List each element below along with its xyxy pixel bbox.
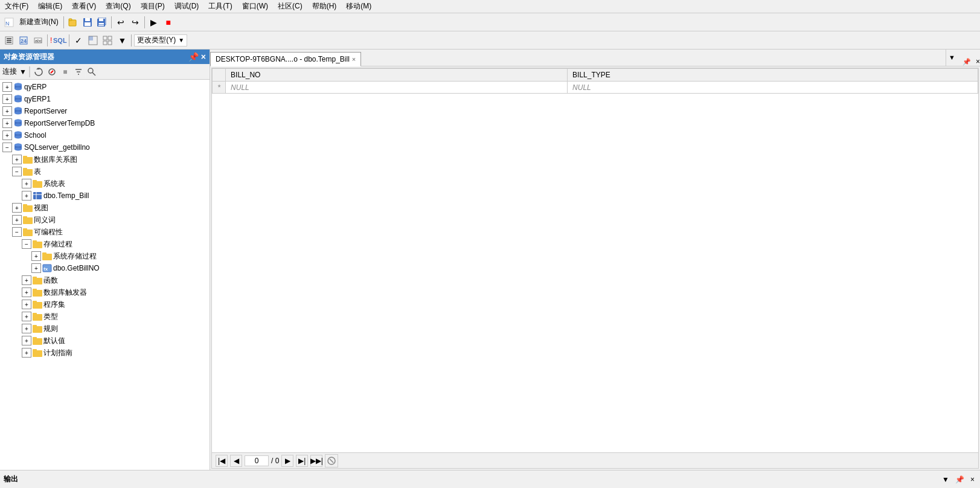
- tree-item-db_diagram[interactable]: + 数据库关系图: [0, 153, 210, 165]
- tree-item-SQLserver_getbillno[interactable]: − SQLserver_getbillno: [0, 141, 210, 153]
- tb2-btn2[interactable]: 24: [17, 34, 30, 47]
- oe-search-btn[interactable]: [86, 66, 98, 78]
- sql-btn[interactable]: SQL: [53, 34, 66, 47]
- redo-button[interactable]: ↪: [129, 16, 142, 29]
- save-all-button[interactable]: [95, 16, 109, 29]
- expander-ReportServer[interactable]: +: [2, 106, 12, 116]
- expander-dbo_getbillno[interactable]: +: [31, 263, 41, 273]
- tree-item-rules[interactable]: + 规则: [0, 323, 210, 335]
- oe-close-icon[interactable]: ×: [201, 53, 206, 61]
- expander-qyERP[interactable]: +: [2, 82, 12, 92]
- menu-project[interactable]: 项目(P): [138, 1, 167, 12]
- tree-item-qyERP[interactable]: + qyERP: [0, 81, 210, 93]
- expander-defaults[interactable]: +: [22, 336, 31, 345]
- tree-item-dbo_temp_bill[interactable]: + dbo.Temp_Bill: [0, 190, 210, 202]
- menu-query[interactable]: 查询(Q): [103, 1, 133, 12]
- tree-item-ReportServerTempDB[interactable]: + ReportServerTempDB: [0, 117, 210, 129]
- open-button[interactable]: [66, 16, 80, 29]
- tree-item-views[interactable]: + 视图: [0, 202, 210, 214]
- tree-item-defaults[interactable]: + 默认值: [0, 335, 210, 347]
- new-query-button[interactable]: N: [2, 16, 16, 29]
- tree-item-stored_procs[interactable]: − 存储过程: [0, 238, 210, 250]
- expander-School[interactable]: +: [2, 130, 12, 140]
- nav-page-input[interactable]: 0: [245, 455, 269, 466]
- nav-first-button[interactable]: |◀: [216, 455, 228, 467]
- expander-ReportServerTempDB[interactable]: +: [2, 118, 12, 128]
- expander-dbo_temp_bill[interactable]: +: [22, 191, 31, 201]
- tree-item-assemblies[interactable]: + 程序集: [0, 298, 210, 310]
- tree-item-sys_stored_procs[interactable]: + 系统存储过程: [0, 250, 210, 262]
- expander-qyERP1[interactable]: +: [2, 94, 12, 104]
- menu-debug[interactable]: 调试(D): [172, 1, 202, 12]
- stop-button[interactable]: ■: [162, 16, 175, 29]
- oe-refresh-btn[interactable]: [33, 66, 45, 78]
- change-type-dropdown[interactable]: 更改类型(Y) ▼: [134, 34, 187, 47]
- nav-prev-button[interactable]: ◀: [230, 455, 242, 467]
- tree-item-ReportServer[interactable]: + ReportServer: [0, 105, 210, 117]
- connect-dropdown[interactable]: ▼: [19, 68, 27, 76]
- tree-item-db_triggers[interactable]: + 数据库触发器: [0, 286, 210, 298]
- tab-close-button[interactable]: ×: [352, 56, 356, 63]
- nav-fast-forward-button[interactable]: ▶▶|: [310, 455, 322, 467]
- tree-item-programmability[interactable]: − 可编程性: [0, 226, 210, 238]
- tab-pin-button[interactable]: 📌: [960, 58, 973, 66]
- tree-item-plan_guides[interactable]: + 计划指南: [0, 347, 210, 359]
- tb2-btn1[interactable]: [2, 34, 16, 47]
- expander-rules[interactable]: +: [22, 324, 31, 333]
- output-close-btn[interactable]: ×: [969, 475, 976, 484]
- tree-item-qyERP1[interactable]: + qyERP1: [0, 93, 210, 105]
- tree-item-types[interactable]: + 类型: [0, 310, 210, 323]
- expander-stored_procs[interactable]: −: [22, 239, 31, 249]
- output-dropdown-btn[interactable]: ▼: [940, 475, 951, 484]
- expander-assemblies[interactable]: +: [22, 300, 31, 309]
- debug-button[interactable]: ▶: [147, 16, 161, 29]
- undo-button[interactable]: ↩: [114, 16, 127, 29]
- menu-community[interactable]: 社区(C): [275, 1, 305, 12]
- tab-close-x[interactable]: ×: [976, 57, 980, 66]
- tb2-btn-parse[interactable]: ✓: [72, 34, 85, 47]
- menu-edit[interactable]: 编辑(E): [36, 1, 65, 12]
- menu-file[interactable]: 文件(F): [2, 1, 31, 12]
- oe-filter-btn[interactable]: [72, 66, 85, 78]
- tree-item-sys_tables[interactable]: + 系统表: [0, 178, 210, 190]
- expander-programmability[interactable]: −: [12, 227, 22, 237]
- menu-help[interactable]: 帮助(H): [310, 1, 339, 12]
- menu-window[interactable]: 窗口(W): [240, 1, 271, 12]
- menu-move[interactable]: 移动(M): [344, 1, 374, 12]
- tab-dropdown-button[interactable]: ▼: [946, 49, 958, 66]
- expander-db_diagram[interactable]: +: [12, 155, 22, 164]
- menu-view[interactable]: 查看(V): [69, 1, 98, 12]
- nav-stop-button[interactable]: [325, 454, 338, 467]
- expander-views[interactable]: +: [12, 203, 22, 213]
- expander-plan_guides[interactable]: +: [22, 348, 31, 358]
- expander-synonyms[interactable]: +: [12, 215, 22, 225]
- expander-tables[interactable]: −: [12, 167, 22, 176]
- table-row[interactable]: * NULL NULL: [213, 82, 978, 94]
- oe-stop-btn[interactable]: ■: [59, 66, 71, 78]
- tb2-btn3[interactable]: abc: [31, 34, 45, 47]
- oe-pin-icon[interactable]: 📌: [188, 53, 199, 61]
- tree-item-tables[interactable]: − 表: [0, 165, 210, 178]
- menu-tools[interactable]: 工具(T): [206, 1, 234, 12]
- active-tab[interactable]: DESKTOP-9T6BGNA....o - dbo.Temp_Bill ×: [210, 52, 361, 66]
- expander-sys_stored_procs[interactable]: +: [31, 251, 41, 261]
- tb2-btn-grid[interactable]: [101, 34, 114, 47]
- oe-disconnect-btn[interactable]: [46, 66, 58, 78]
- new-query-label[interactable]: 新建查询(N): [17, 17, 61, 27]
- tb2-btn-extra[interactable]: ▼: [115, 34, 129, 47]
- nav-last-button[interactable]: ▶|: [296, 455, 308, 467]
- nav-next-button[interactable]: ▶: [281, 455, 293, 467]
- tb2-btn-results[interactable]: [86, 34, 100, 47]
- expander-SQLserver_getbillno[interactable]: −: [2, 143, 12, 152]
- expander-functions[interactable]: +: [22, 275, 31, 285]
- tree-item-dbo_getbillno[interactable]: + fx dbo.GetBillNO: [0, 262, 210, 274]
- tree-item-synonyms[interactable]: + 同义词: [0, 214, 210, 226]
- tree-item-School[interactable]: + School: [0, 129, 210, 141]
- expander-sys_tables[interactable]: +: [22, 179, 31, 188]
- expander-types[interactable]: +: [22, 312, 31, 321]
- save-button[interactable]: [81, 16, 94, 29]
- expander-db_triggers[interactable]: +: [22, 287, 31, 297]
- output-pin-btn[interactable]: 📌: [953, 475, 966, 484]
- exclaim-icon[interactable]: !: [50, 36, 52, 45]
- tree-item-functions[interactable]: + 函数: [0, 274, 210, 286]
